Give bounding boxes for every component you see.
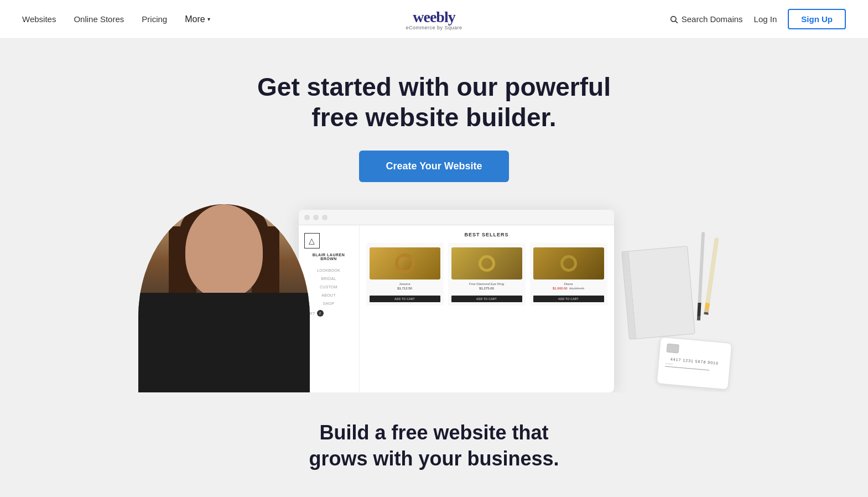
product-card-2: Fine Diamond Eye Ring $1,275.00 ADD TO C… — [448, 243, 526, 306]
body — [138, 293, 310, 392]
signup-button[interactable]: Sign Up — [788, 9, 846, 29]
add-to-cart-3[interactable]: ADD TO CART — [533, 296, 604, 302]
navbar: Websites Online Stores Pricing More ▾ we… — [0, 0, 868, 39]
product-price-1: $1,712.50 — [370, 287, 440, 290]
add-to-cart-1[interactable]: ADD TO CART — [370, 296, 440, 302]
logo-wordmark: weebly — [406, 8, 462, 26]
ring-icon-2 — [479, 255, 495, 272]
product-price-3: $1,900.00 $3,299.00 — [533, 287, 604, 290]
notebook-icon — [621, 246, 695, 340]
product-card-1: Jessica $1,712.50 ADD TO CART — [366, 243, 444, 306]
nav-more-label: More — [185, 14, 205, 24]
mockup-titlebar — [299, 210, 614, 225]
best-sellers-title: BEST SELLERS — [366, 232, 607, 237]
sidebar-link-custom[interactable]: CUSTOM — [304, 285, 354, 289]
ring-icon-1 — [395, 253, 415, 273]
right-illustration: 4417 1231 5678 9010 — [620, 237, 730, 392]
sidebar-link-shop[interactable]: SHOP — [304, 302, 354, 306]
product-grid: Jessica $1,712.50 ADD TO CART Fine Diamo… — [366, 243, 607, 306]
logo-subtext: eCommerce by Square — [406, 25, 462, 30]
notebook-spine — [622, 252, 636, 339]
sidebar-link-cart[interactable]: CART 2 — [304, 310, 354, 317]
store-mockup: BLAIR LAUREN BROWN LOOKBOOK BRIDAL CUSTO… — [299, 210, 614, 392]
nav-logo[interactable]: weebly eCommerce by Square — [406, 8, 462, 30]
search-icon — [669, 15, 678, 24]
search-domains-button[interactable]: Search Domains — [669, 14, 743, 24]
sale-price-3: $1,900.00 — [553, 287, 568, 290]
product-name-1: Jessica — [370, 282, 440, 286]
product-name-2: Fine Diamond Eye Ring — [451, 282, 522, 286]
nav-websites[interactable]: Websites — [22, 14, 56, 24]
search-domains-label: Search Domains — [682, 14, 743, 24]
product-price-2: $1,275.00 — [451, 287, 522, 290]
nav-more[interactable]: More ▾ — [185, 14, 210, 24]
mockup-body: BLAIR LAUREN BROWN LOOKBOOK BRIDAL CUSTO… — [299, 225, 614, 392]
svg-point-0 — [671, 16, 675, 21]
credit-card-icon: 4417 1231 5678 9010 — [656, 337, 732, 390]
sidebar-link-bridal[interactable]: BRIDAL — [304, 277, 354, 281]
bottom-section: Build a free website thatgrows with your… — [0, 392, 868, 494]
pencil-icon — [704, 237, 719, 315]
hero-headline: Get started with our powerful free websi… — [246, 72, 622, 133]
product-img-1 — [370, 247, 440, 279]
login-link[interactable]: Log In — [754, 14, 777, 24]
create-website-button[interactable]: Create Your Website — [359, 151, 508, 182]
nav-right: Search Domains Log In Sign Up — [669, 9, 846, 29]
cart-badge: 2 — [317, 310, 324, 317]
hero-content-area: BLAIR LAUREN BROWN LOOKBOOK BRIDAL CUSTO… — [102, 204, 766, 392]
face — [185, 204, 263, 298]
add-to-cart-2[interactable]: ADD TO CART — [451, 296, 522, 302]
product-img-3 — [533, 247, 604, 279]
original-price-3: $3,299.00 — [569, 287, 584, 290]
window-dot-3 — [322, 215, 328, 220]
svg-line-1 — [675, 21, 678, 23]
nav-online-stores[interactable]: Online Stores — [74, 14, 124, 24]
nav-left: Websites Online Stores Pricing More ▾ — [22, 14, 210, 24]
ring-icon-3 — [560, 255, 577, 272]
nav-pricing[interactable]: Pricing — [142, 14, 167, 24]
product-card-3: Diana $1,900.00 $3,299.00 ADD TO CART — [530, 243, 607, 306]
person-image — [138, 204, 310, 392]
card-chip — [666, 344, 679, 354]
product-img-2 — [451, 247, 522, 279]
bottom-headline: Build a free website thatgrows with your… — [11, 420, 857, 472]
chevron-down-icon: ▾ — [207, 16, 210, 22]
product-name-3: Diana — [533, 282, 604, 286]
hero-section: Get started with our powerful free websi… — [0, 39, 868, 392]
sidebar-link-about[interactable]: ABOUT — [304, 293, 354, 297]
sidebar-link-lookbook[interactable]: LOOKBOOK — [304, 268, 354, 272]
mockup-main: BEST SELLERS Jessica $1,712.50 ADD TO CA… — [360, 225, 614, 392]
sidebar-brand: BLAIR LAUREN BROWN — [304, 253, 354, 261]
pen-icon — [697, 232, 704, 320]
window-dot-2 — [313, 215, 319, 220]
